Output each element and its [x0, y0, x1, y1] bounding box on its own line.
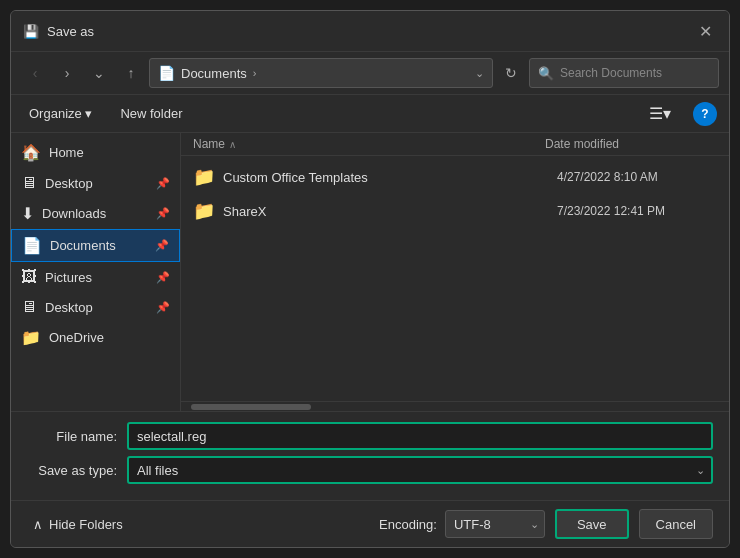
save-button[interactable]: Save	[555, 509, 629, 539]
horizontal-scrollbar[interactable]	[181, 401, 729, 411]
organize-button[interactable]: Organize ▾	[23, 103, 98, 124]
dialog-title: Save as	[47, 24, 94, 39]
sidebar-item-downloads[interactable]: ⬇ Downloads 📌	[11, 198, 180, 229]
chevron-up-icon: ∧	[33, 517, 43, 532]
title-bar-left: 💾 Save as	[23, 23, 94, 39]
file-date: 4/27/2022 8:10 AM	[557, 170, 717, 184]
encoding-label: Encoding:	[379, 517, 437, 532]
sidebar-item-documents[interactable]: 📄 Documents 📌	[11, 229, 180, 262]
documents-icon: 📄	[22, 236, 42, 255]
downloads-icon: ⬇	[21, 204, 34, 223]
up-button[interactable]: ↑	[117, 59, 145, 87]
sidebar-item-label: Desktop	[45, 176, 148, 191]
bottom-section: File name: Save as type: All files Text …	[11, 411, 729, 500]
pin-icon: 📌	[156, 177, 170, 190]
save-as-dialog: 💾 Save as ✕ ‹ › ⌄ ↑ 📄 Documents › ⌄ ↻ 🔍 …	[10, 10, 730, 548]
filename-label: File name:	[27, 429, 117, 444]
toolbar: Organize ▾ New folder ☰ ▾ ?	[11, 95, 729, 133]
sidebar-item-desktop[interactable]: 🖥 Desktop 📌	[11, 168, 180, 198]
search-placeholder: Search Documents	[560, 66, 662, 80]
file-list-header: Name ∧ Date modified	[181, 133, 729, 156]
sidebar-item-label: Desktop	[45, 300, 148, 315]
sidebar: 🏠 Home 🖥 Desktop 📌 ⬇ Downloads 📌 📄 Docum…	[11, 133, 181, 411]
savetype-row: Save as type: All files Text files (*.tx…	[27, 456, 713, 484]
sidebar-item-label: OneDrive	[49, 330, 170, 345]
refresh-button[interactable]: ↻	[497, 59, 525, 87]
view-chevron-icon: ▾	[663, 104, 671, 123]
encoding-section: Encoding: UTF-8 UTF-16 LE UTF-16 BE ANSI…	[379, 510, 545, 538]
savetype-select[interactable]: All files Text files (*.txt) Registry fi…	[127, 456, 713, 484]
sidebar-item-label: Pictures	[45, 270, 148, 285]
scrollbar-thumb	[191, 404, 311, 410]
file-list: 📁 Custom Office Templates 4/27/2022 8:10…	[181, 156, 729, 401]
col-date-header: Date modified	[545, 137, 705, 151]
nav-bar: ‹ › ⌄ ↑ 📄 Documents › ⌄ ↻ 🔍 Search Docum…	[11, 52, 729, 95]
table-row[interactable]: 📁 Custom Office Templates 4/27/2022 8:10…	[181, 160, 729, 194]
desktop2-icon: 🖥	[21, 298, 37, 316]
name-col-label: Name	[193, 137, 225, 151]
filename-input[interactable]	[127, 422, 713, 450]
pin-icon: 📌	[156, 301, 170, 314]
address-path: Documents	[181, 66, 247, 81]
hide-folders-label: Hide Folders	[49, 517, 123, 532]
onedrive-icon: 📁	[21, 328, 41, 347]
pin-icon: 📌	[155, 239, 169, 252]
folder-icon: 📁	[193, 166, 215, 188]
sidebar-item-desktop2[interactable]: 🖥 Desktop 📌	[11, 292, 180, 322]
folder-icon: 📁	[193, 200, 215, 222]
address-expand-icon: ⌄	[475, 67, 484, 80]
footer: ∧ Hide Folders Encoding: UTF-8 UTF-16 LE…	[11, 500, 729, 547]
sidebar-item-pictures[interactable]: 🖼 Pictures 📌	[11, 262, 180, 292]
home-icon: 🏠	[21, 143, 41, 162]
pin-icon: 📌	[156, 271, 170, 284]
desktop-icon: 🖥	[21, 174, 37, 192]
dialog-icon: 💾	[23, 23, 39, 39]
file-area: Name ∧ Date modified 📁 Custom Office Tem…	[181, 133, 729, 411]
address-bar[interactable]: 📄 Documents › ⌄	[149, 58, 493, 88]
encoding-select[interactable]: UTF-8 UTF-16 LE UTF-16 BE ANSI	[445, 510, 545, 538]
sidebar-item-label: Downloads	[42, 206, 148, 221]
main-content: 🏠 Home 🖥 Desktop 📌 ⬇ Downloads 📌 📄 Docum…	[11, 133, 729, 411]
col-name-header: Name ∧	[193, 137, 545, 151]
view-button[interactable]: ☰ ▾	[643, 101, 677, 126]
file-name: Custom Office Templates	[223, 170, 549, 185]
cancel-button[interactable]: Cancel	[639, 509, 713, 539]
sort-arrow-icon: ∧	[229, 139, 236, 150]
savetype-select-wrapper: All files Text files (*.txt) Registry fi…	[127, 456, 713, 484]
address-chevron-icon: ›	[253, 67, 257, 79]
file-name: ShareX	[223, 204, 549, 219]
pin-icon: 📌	[156, 207, 170, 220]
dropdown-button[interactable]: ⌄	[85, 59, 113, 87]
help-button[interactable]: ?	[693, 102, 717, 126]
hide-folders-button[interactable]: ∧ Hide Folders	[27, 513, 129, 536]
encoding-select-wrapper: UTF-8 UTF-16 LE UTF-16 BE ANSI ⌄	[445, 510, 545, 538]
sidebar-item-label: Home	[49, 145, 170, 160]
sidebar-item-label: Documents	[50, 238, 147, 253]
sidebar-item-home[interactable]: 🏠 Home	[11, 137, 180, 168]
filename-row: File name:	[27, 422, 713, 450]
pictures-icon: 🖼	[21, 268, 37, 286]
new-folder-button[interactable]: New folder	[114, 103, 188, 124]
title-bar: 💾 Save as ✕	[11, 11, 729, 52]
search-icon: 🔍	[538, 66, 554, 81]
close-button[interactable]: ✕	[693, 19, 717, 43]
view-icon: ☰	[649, 104, 663, 123]
file-date: 7/23/2022 12:41 PM	[557, 204, 717, 218]
address-icon: 📄	[158, 65, 175, 81]
search-box[interactable]: 🔍 Search Documents	[529, 58, 719, 88]
sidebar-item-onedrive[interactable]: 📁 OneDrive	[11, 322, 180, 353]
savetype-label: Save as type:	[27, 463, 117, 478]
table-row[interactable]: 📁 ShareX 7/23/2022 12:41 PM	[181, 194, 729, 228]
forward-button[interactable]: ›	[53, 59, 81, 87]
back-button[interactable]: ‹	[21, 59, 49, 87]
